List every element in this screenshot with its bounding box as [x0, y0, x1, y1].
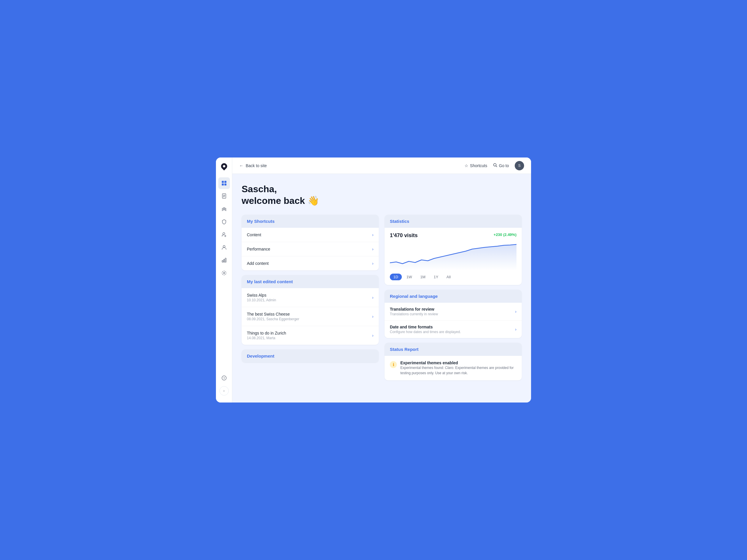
swiss-cheese-chevron: › — [372, 314, 374, 319]
regional-card-header: Regional and language — [385, 290, 522, 303]
statistics-card: Statistics 1'470 visits +230 (2.49%) — [385, 215, 522, 285]
status-report-header: Status Report — [385, 343, 522, 356]
last-edited-list: Swiss Alps 10.10.2021, Admin › The best … — [241, 288, 379, 345]
swiss-alps-sub: 10.10.2021, Admin — [247, 298, 276, 302]
statistics-top: 1'470 visits +230 (2.49%) — [390, 233, 516, 239]
statistics-chart — [390, 241, 516, 270]
status-warning-icon-wrap: ℹ — [390, 361, 397, 368]
sidebar-nav — [218, 177, 230, 372]
list-item[interactable]: Things to do in Zurich 14.08.2021, Marta… — [241, 326, 379, 345]
sidebar-item-analytics[interactable] — [218, 254, 230, 266]
zurich-sub: 14.08.2021, Marta — [247, 336, 286, 340]
add-content-shortcut-item[interactable]: Add content › — [241, 257, 379, 270]
time-tab-1y[interactable]: 1Y — [430, 273, 442, 280]
translations-item[interactable]: Translations for review Translations cur… — [385, 303, 522, 321]
content-shortcut-item[interactable]: Content › — [241, 228, 379, 242]
star-icon: ☆ — [465, 163, 468, 168]
svg-line-20 — [496, 166, 497, 167]
user-avatar[interactable] — [515, 161, 524, 170]
greeting-line2: welcome back 👋 — [241, 195, 319, 206]
status-report-card: Status Report ℹ Experimental themes enab… — [385, 343, 522, 380]
content-area: Sascha, welcome back 👋 My Shortcuts Cont… — [232, 174, 531, 402]
zurich-label: Things to do in Zurich — [247, 331, 286, 336]
datetime-chevron: › — [515, 327, 516, 331]
zurich-chevron: › — [372, 333, 374, 338]
translations-chevron: › — [515, 309, 516, 314]
status-description: Experimental themes found: Claro. Experi… — [400, 365, 516, 376]
shortcuts-button[interactable]: ☆ Shortcuts — [465, 163, 487, 168]
datetime-title: Date and time formats — [390, 325, 461, 329]
chevron-right-icon: › — [224, 389, 225, 393]
time-tab-all[interactable]: All — [443, 273, 454, 280]
status-content: Experimental themes enabled Experimental… — [400, 361, 516, 376]
time-tabs: 1D 1W 1M 1Y All — [390, 273, 516, 280]
regional-list: Translations for review Translations cur… — [385, 303, 522, 338]
sidebar-item-pages[interactable] — [218, 190, 230, 202]
back-arrow-icon: ← — [239, 163, 243, 168]
help-button[interactable]: ? — [218, 372, 230, 384]
svg-point-12 — [223, 246, 225, 248]
performance-shortcut-label: Performance — [247, 247, 270, 251]
back-to-site-button[interactable]: ← Back to site — [239, 163, 267, 168]
sidebar-item-users[interactable] — [218, 241, 230, 253]
sidebar-item-dashboard[interactable] — [218, 177, 230, 189]
shortcuts-card-header: My Shortcuts — [241, 215, 379, 228]
svg-rect-2 — [224, 181, 227, 183]
main-area: ← Back to site ☆ Shortcuts Go to — [232, 158, 531, 402]
dashboard-columns: My Shortcuts Content › Performance › — [241, 215, 522, 380]
content-shortcut-chevron: › — [372, 233, 374, 237]
swiss-alps-chevron: › — [372, 295, 374, 300]
list-item[interactable]: Swiss Alps 10.10.2021, Admin › — [241, 288, 379, 307]
last-edited-header: My last edited content — [241, 275, 379, 288]
svg-rect-15 — [225, 258, 226, 262]
svg-point-9 — [223, 233, 225, 235]
status-title: Experimental themes enabled — [400, 361, 516, 365]
goto-label: Go to — [499, 163, 509, 168]
sidebar-item-files[interactable] — [218, 203, 230, 215]
search-icon — [493, 163, 497, 168]
sidebar: ? › — [216, 158, 232, 402]
time-tab-1m[interactable]: 1M — [417, 273, 429, 280]
sidebar-item-security[interactable] — [218, 216, 230, 228]
svg-rect-13 — [222, 261, 223, 262]
swiss-cheese-sub: 08.09.2021, Sascha Eggenberger — [247, 317, 299, 321]
status-body: ℹ Experimental themes enabled Experiment… — [385, 356, 522, 380]
statistics-card-header: Statistics — [385, 215, 522, 228]
right-column: Statistics 1'470 visits +230 (2.49%) — [385, 215, 522, 380]
translations-title: Translations for review — [390, 307, 438, 312]
development-card-header: Development — [241, 349, 379, 363]
avatar-image — [515, 161, 524, 170]
goto-button[interactable]: Go to — [493, 163, 509, 168]
shortcuts-label: Shortcuts — [470, 163, 487, 168]
topbar-right: ☆ Shortcuts Go to — [465, 161, 524, 170]
change-percent: (2.49%) — [503, 233, 516, 237]
svg-point-0 — [223, 165, 225, 167]
sidebar-item-user-management[interactable] — [218, 229, 230, 240]
datetime-item[interactable]: Date and time formats Configure how date… — [385, 321, 522, 338]
svg-point-16 — [223, 272, 225, 274]
visits-change: +230 (2.49%) — [494, 233, 516, 237]
topbar: ← Back to site ☆ Shortcuts Go to — [232, 158, 531, 174]
welcome-heading: Sascha, welcome back 👋 — [241, 183, 522, 207]
svg-text:?: ? — [223, 377, 225, 380]
back-to-site-label: Back to site — [246, 163, 267, 168]
svg-rect-14 — [224, 259, 225, 262]
change-prefix: +230 — [494, 233, 502, 237]
sidebar-collapse-button[interactable]: › — [220, 386, 229, 396]
add-content-shortcut-label: Add content — [247, 261, 269, 266]
performance-shortcut-item[interactable]: Performance › — [241, 242, 379, 257]
svg-rect-3 — [222, 183, 224, 186]
info-icon: ℹ — [393, 362, 394, 367]
time-tab-1d[interactable]: 1D — [390, 273, 402, 280]
sidebar-bottom: ? › — [218, 372, 230, 398]
time-tab-1w[interactable]: 1W — [403, 273, 416, 280]
translations-sub: Translations currently in review — [390, 312, 438, 316]
sidebar-item-settings[interactable] — [218, 267, 230, 279]
swiss-alps-label: Swiss Alps — [247, 293, 276, 297]
svg-rect-4 — [224, 183, 227, 186]
datetime-sub: Configure how dates and times are displa… — [390, 330, 461, 334]
development-card: Development — [241, 349, 379, 363]
logo[interactable] — [220, 162, 229, 171]
list-item[interactable]: The best Swiss Cheese 08.09.2021, Sascha… — [241, 307, 379, 326]
left-column: My Shortcuts Content › Performance › — [241, 215, 379, 380]
